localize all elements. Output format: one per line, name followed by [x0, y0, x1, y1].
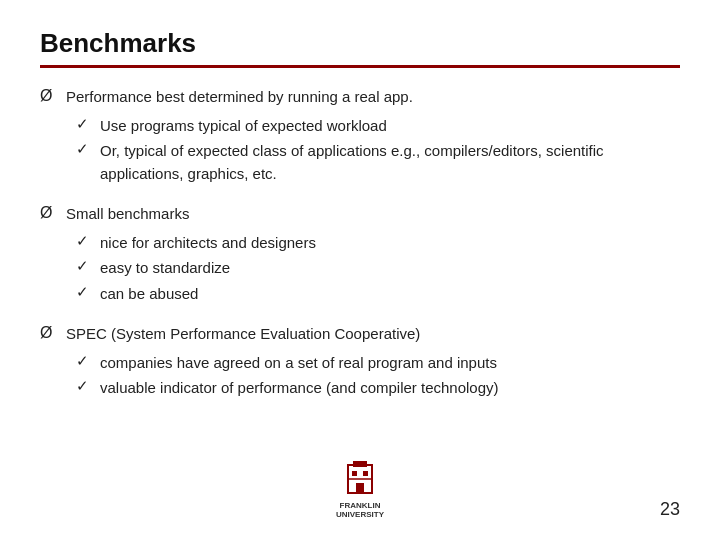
sub-bullet-2-1: ✓ nice for architects and designers — [76, 232, 680, 255]
sub-bullet-3-2-text: valuable indicator of performance (and c… — [100, 377, 499, 400]
main-bullet-3-text: SPEC (System Performance Evaluation Coop… — [66, 323, 420, 346]
sub-bullet-2-3: ✓ can be abused — [76, 283, 680, 306]
checkmark-icon-2-2: ✓ — [76, 257, 92, 275]
main-bullet-2-text: Small benchmarks — [66, 203, 189, 226]
slide-title: Benchmarks — [40, 28, 680, 59]
sub-bullets-3: ✓ companies have agreed on a set of real… — [76, 352, 680, 400]
page-number: 23 — [660, 499, 680, 520]
logo-icon — [338, 457, 382, 501]
sub-bullet-3-1: ✓ companies have agreed on a set of real… — [76, 352, 680, 375]
sub-bullet-1-2: ✓ Or, typical of expected class of appli… — [76, 140, 680, 185]
checkmark-icon-3-1: ✓ — [76, 352, 92, 370]
sub-bullet-1-2-text: Or, typical of expected class of applica… — [100, 140, 680, 185]
checkmark-icon-3-2: ✓ — [76, 377, 92, 395]
svg-rect-3 — [356, 483, 364, 493]
arrow-icon-3: Ø — [40, 324, 56, 342]
checkmark-icon-1-1: ✓ — [76, 115, 92, 133]
section-2: Ø Small benchmarks ✓ nice for architects… — [40, 203, 680, 305]
arrow-icon-1: Ø — [40, 87, 56, 105]
section-1: Ø Performance best determined by running… — [40, 86, 680, 185]
sub-bullet-3-1-text: companies have agreed on a set of real p… — [100, 352, 497, 375]
svg-rect-5 — [363, 471, 368, 476]
sub-bullet-1-1: ✓ Use programs typical of expected workl… — [76, 115, 680, 138]
checkmark-icon-2-3: ✓ — [76, 283, 92, 301]
main-bullet-1: Ø Performance best determined by running… — [40, 86, 680, 109]
sub-bullet-2-2-text: easy to standardize — [100, 257, 230, 280]
checkmark-icon-1-2: ✓ — [76, 140, 92, 158]
sub-bullet-1-1-text: Use programs typical of expected workloa… — [100, 115, 387, 138]
svg-rect-4 — [352, 471, 357, 476]
sub-bullet-2-1-text: nice for architects and designers — [100, 232, 316, 255]
sub-bullet-2-3-text: can be abused — [100, 283, 198, 306]
checkmark-icon-2-1: ✓ — [76, 232, 92, 250]
sub-bullet-3-2: ✓ valuable indicator of performance (and… — [76, 377, 680, 400]
logo-text: FRANKLIN UNIVERSITY — [336, 501, 384, 520]
sub-bullets-2: ✓ nice for architects and designers ✓ ea… — [76, 232, 680, 306]
main-bullet-1-text: Performance best determined by running a… — [66, 86, 413, 109]
sub-bullets-1: ✓ Use programs typical of expected workl… — [76, 115, 680, 186]
arrow-icon-2: Ø — [40, 204, 56, 222]
main-bullet-3: Ø SPEC (System Performance Evaluation Co… — [40, 323, 680, 346]
slide: Benchmarks Ø Performance best determined… — [0, 0, 720, 540]
sub-bullet-2-2: ✓ easy to standardize — [76, 257, 680, 280]
svg-rect-1 — [353, 461, 367, 467]
university-logo: FRANKLIN UNIVERSITY — [336, 457, 384, 520]
main-bullet-2: Ø Small benchmarks — [40, 203, 680, 226]
section-3: Ø SPEC (System Performance Evaluation Co… — [40, 323, 680, 400]
title-underline — [40, 65, 680, 68]
